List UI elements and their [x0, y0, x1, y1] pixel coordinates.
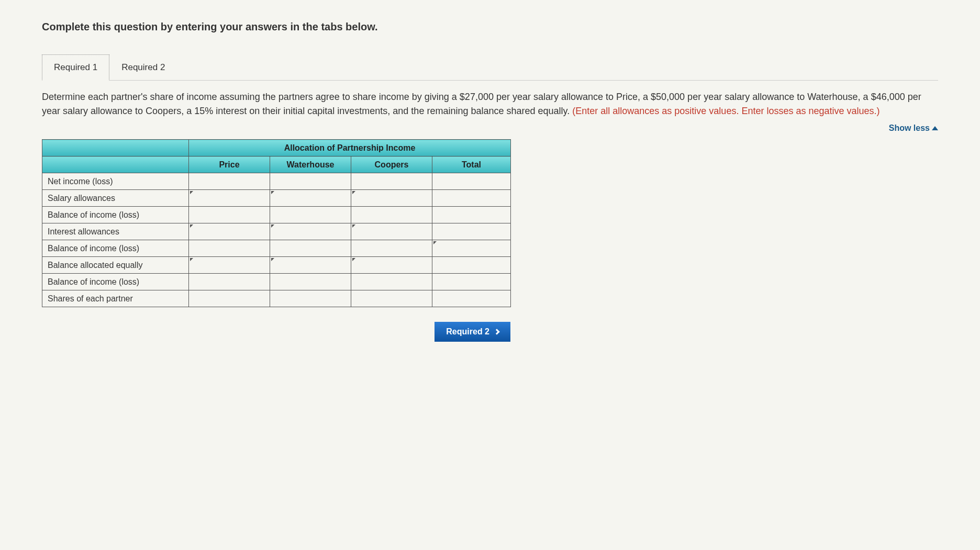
dropdown-caret-icon: [352, 225, 355, 228]
cell-input[interactable]: [432, 173, 510, 189]
table-row: Balance of income (loss): [42, 240, 511, 257]
readonly-cell: [189, 274, 270, 290]
instruction-heading: Complete this question by entering your …: [42, 21, 938, 33]
input-cell[interactable]: [189, 223, 270, 240]
row-label: Salary allowances: [42, 190, 189, 207]
show-less-toggle[interactable]: Show less: [889, 124, 938, 133]
input-cell[interactable]: [432, 173, 511, 190]
cell-input[interactable]: [432, 223, 510, 240]
input-cell[interactable]: [351, 290, 432, 307]
input-cell[interactable]: [432, 207, 511, 223]
cell-input[interactable]: [351, 190, 432, 206]
table-row: Salary allowances: [42, 190, 511, 207]
input-cell[interactable]: [189, 290, 270, 307]
table-row: Balance allocated equally: [42, 257, 511, 274]
input-cell[interactable]: [432, 240, 511, 257]
col-header-total: Total: [432, 156, 511, 173]
cell-input[interactable]: [432, 274, 510, 290]
input-cell[interactable]: [189, 257, 270, 274]
input-cell[interactable]: [189, 190, 270, 207]
next-required-2-button[interactable]: Required 2: [435, 322, 510, 342]
input-cell[interactable]: [432, 257, 511, 274]
input-cell[interactable]: [432, 290, 511, 307]
readonly-cell: [189, 173, 270, 190]
triangle-up-icon: [932, 126, 938, 130]
table-row: Interest allowances: [42, 223, 511, 240]
cell-input[interactable]: [270, 290, 351, 307]
cell-input[interactable]: [351, 223, 432, 240]
cell-input[interactable]: [432, 257, 510, 273]
cell-input[interactable]: [351, 257, 432, 273]
readonly-cell: [351, 274, 432, 290]
dropdown-caret-icon: [271, 191, 274, 194]
cell-input[interactable]: [270, 190, 351, 206]
cell-input[interactable]: [189, 190, 270, 206]
tab-required-2[interactable]: Required 2: [109, 54, 177, 81]
cell-input[interactable]: [432, 190, 510, 206]
row-label: Balance of income (loss): [42, 240, 189, 257]
readonly-cell: [351, 173, 432, 190]
row-label: Balance of income (loss): [42, 274, 189, 290]
input-cell[interactable]: [270, 190, 351, 207]
input-cell[interactable]: [270, 223, 351, 240]
row-label: Balance allocated equally: [42, 257, 189, 274]
readonly-cell: [270, 274, 351, 290]
table-title: Allocation of Partnership Income: [189, 140, 511, 156]
input-cell[interactable]: [432, 274, 511, 290]
show-less-label: Show less: [889, 124, 930, 133]
table-row: Net income (loss): [42, 173, 511, 190]
dropdown-caret-icon: [352, 258, 355, 261]
readonly-cell: [270, 240, 351, 257]
row-label: Shares of each partner: [42, 290, 189, 307]
input-cell[interactable]: [270, 257, 351, 274]
dropdown-caret-icon: [190, 258, 193, 261]
cell-input[interactable]: [189, 290, 270, 307]
input-cell[interactable]: [351, 257, 432, 274]
table-row: Balance of income (loss): [42, 207, 511, 223]
row-label: Balance of income (loss): [42, 207, 189, 223]
tab-required-1[interactable]: Required 1: [42, 54, 109, 81]
readonly-cell: [189, 207, 270, 223]
input-cell[interactable]: [432, 190, 511, 207]
table-row: Balance of income (loss): [42, 274, 511, 290]
row-label: Net income (loss): [42, 173, 189, 190]
tabs-container: Required 1 Required 2: [42, 54, 938, 81]
next-button-label: Required 2: [446, 327, 489, 336]
question-hint: (Enter all allowances as positive values…: [572, 106, 879, 116]
readonly-cell: [351, 240, 432, 257]
readonly-cell: [270, 207, 351, 223]
cell-input[interactable]: [432, 240, 510, 256]
table-corner-blank: [42, 140, 189, 156]
cell-input[interactable]: [432, 290, 510, 307]
row-label: Interest allowances: [42, 223, 189, 240]
input-cell[interactable]: [270, 290, 351, 307]
dropdown-caret-icon: [271, 225, 274, 228]
dropdown-caret-icon: [190, 225, 193, 228]
cell-input[interactable]: [189, 223, 270, 240]
cell-input[interactable]: [351, 290, 432, 307]
input-cell[interactable]: [351, 190, 432, 207]
cell-input[interactable]: [189, 257, 270, 273]
readonly-cell: [270, 173, 351, 190]
cell-input[interactable]: [270, 223, 351, 240]
col-header-waterhouse: Waterhouse: [270, 156, 351, 173]
question-text: Determine each partner's share of income…: [42, 90, 938, 118]
chevron-right-icon: [494, 329, 499, 334]
col-header-price: Price: [189, 156, 270, 173]
table-header-blank: [42, 156, 189, 173]
dropdown-caret-icon: [271, 258, 274, 261]
cell-input[interactable]: [432, 207, 510, 223]
table-row: Shares of each partner: [42, 290, 511, 307]
dropdown-caret-icon: [190, 191, 193, 194]
readonly-cell: [189, 240, 270, 257]
col-header-coopers: Coopers: [351, 156, 432, 173]
input-cell[interactable]: [432, 223, 511, 240]
cell-input[interactable]: [270, 257, 351, 273]
dropdown-caret-icon: [433, 241, 437, 244]
readonly-cell: [351, 207, 432, 223]
input-cell[interactable]: [351, 223, 432, 240]
allocation-table: Allocation of Partnership Income Price W…: [42, 139, 511, 307]
dropdown-caret-icon: [352, 191, 355, 194]
